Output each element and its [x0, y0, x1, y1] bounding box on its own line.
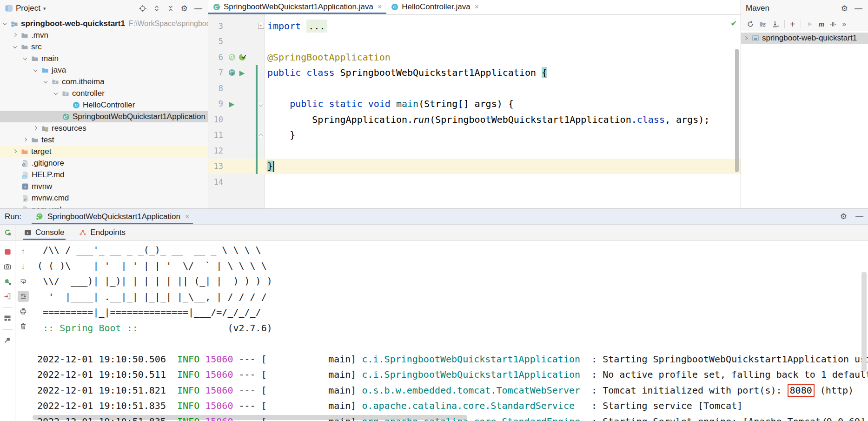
spring-ok-icon[interactable] [238, 53, 246, 61]
tree-item[interactable]: mpom.xml [0, 204, 208, 208]
run-configuration-tab[interactable]: SpringbootWebQuickstart1Application × [32, 209, 193, 224]
code-line[interactable]: 11 } [208, 127, 741, 143]
editor-tab[interactable]: CSpringbootWebQuickstart1Application.jav… [208, 0, 386, 14]
source-folder-icon [41, 67, 49, 74]
chevron-right-icon[interactable] [31, 127, 40, 129]
code-line[interactable]: 9▶ public static void main(String[] args… [208, 96, 741, 112]
fold-toggle-icon[interactable] [259, 130, 262, 140]
close-icon[interactable]: × [378, 3, 382, 11]
rerun-icon[interactable] [4, 228, 12, 236]
tree-item[interactable]: CSpringbootWebQuickstart1Application [0, 111, 208, 122]
editor-tab[interactable]: CHelloController.java× [386, 0, 484, 14]
sync-folder-icon[interactable] [759, 20, 767, 28]
code-line[interactable]: 13} [208, 159, 741, 174]
chevron-down-icon[interactable] [41, 80, 50, 83]
fold-expand-icon[interactable]: + [258, 23, 264, 29]
restore-layout-icon[interactable] [2, 313, 13, 324]
stop-icon[interactable] [2, 246, 13, 257]
svg-text:m: m [754, 36, 757, 41]
print-icon[interactable] [18, 306, 29, 317]
exit-icon[interactable] [2, 291, 13, 302]
skip-tests-icon[interactable] [829, 20, 837, 28]
collapse-all-icon[interactable] [167, 5, 174, 12]
refresh-icon[interactable] [747, 20, 754, 28]
attach-debugger-icon[interactable] [2, 276, 13, 287]
tree-item[interactable]: ›mvnw [0, 180, 208, 192]
inspections-ok-icon[interactable]: ✔ [731, 19, 737, 28]
console[interactable]: /\\ / ___'_ __ _ _(_)_ __ __ _ \ \ \ \ (… [31, 241, 868, 421]
code-line[interactable]: 6@SpringBootApplication [208, 49, 741, 65]
tree-item[interactable]: com.itheima [0, 76, 208, 87]
code-line[interactable]: 10 SpringApplication.run(SpringbootWebQu… [208, 112, 741, 127]
code-line[interactable]: 7▶public class SpringbootWebQuickstart1A… [208, 65, 741, 81]
editor-body[interactable]: 3+import ...56@SpringBootApplication7▶pu… [208, 14, 741, 208]
tree-item-label: .gitignore [32, 159, 64, 168]
run-gutter-icon[interactable]: ▶ [238, 68, 246, 77]
chevron-down-icon[interactable] [31, 68, 40, 71]
project-panel-title[interactable]: Project [16, 4, 40, 13]
settings-icon[interactable]: ⚙ [181, 5, 188, 13]
more-icon[interactable]: » [842, 20, 846, 28]
close-icon[interactable]: × [475, 3, 479, 11]
maven-project-row[interactable]: m springboot-web-quickstart1 [741, 33, 868, 44]
tree-item[interactable]: main [0, 53, 208, 64]
up-stacktrace-icon[interactable]: ↑ [18, 246, 29, 257]
tree-item[interactable]: mvnw.cmd [0, 192, 208, 204]
clear-icon[interactable] [18, 321, 29, 332]
play-icon[interactable] [806, 20, 814, 28]
tree-item[interactable]: MDHELP.md [0, 169, 208, 180]
tree-item[interactable]: springboot-web-quickstart1F:\WorkSpace\s… [0, 18, 208, 29]
code-line[interactable]: 3+import ... [208, 18, 741, 34]
tree-item[interactable]: CHelloController [0, 99, 208, 111]
run-view-tab[interactable]: ›Console [23, 225, 66, 240]
code-line[interactable]: 12 [208, 143, 741, 159]
scroll-to-end-icon[interactable] [18, 291, 29, 302]
settings-icon[interactable]: ⚙ [841, 5, 848, 13]
close-icon[interactable]: × [185, 213, 189, 221]
console-vertical-scrollbar[interactable] [861, 272, 867, 372]
tree-item[interactable]: controller [0, 87, 208, 99]
download-sources-icon[interactable] [772, 20, 779, 28]
tree-item[interactable]: resources [0, 122, 208, 134]
tree-item[interactable]: .mvn [0, 29, 208, 41]
code-line[interactable]: 8 [208, 80, 741, 96]
chevron-down-icon[interactable] [10, 45, 20, 48]
run-gutter-icon[interactable]: ▶ [227, 100, 236, 108]
chevron-right-icon[interactable] [10, 150, 20, 153]
settings-icon[interactable]: ⚙ [840, 213, 847, 221]
code-line[interactable]: 14 [208, 174, 741, 190]
hide-icon[interactable]: — [855, 213, 863, 221]
expand-all-icon[interactable] [153, 5, 160, 12]
tree-item[interactable]: java [0, 64, 208, 76]
thread-dump-icon[interactable] [2, 261, 13, 272]
chevron-down-icon[interactable] [0, 22, 9, 25]
hide-icon[interactable]: — [194, 5, 202, 13]
spring-bean-icon[interactable] [227, 53, 236, 61]
chevron-down-icon[interactable] [20, 57, 30, 60]
hide-icon[interactable]: — [855, 5, 862, 13]
maven-file-icon: m [21, 206, 29, 209]
fold-toggle-icon[interactable] [259, 99, 262, 108]
tree-item[interactable]: target [0, 146, 208, 157]
locate-icon[interactable] [139, 5, 146, 12]
chevron-right-icon[interactable] [741, 37, 750, 40]
pin-icon[interactable] [2, 334, 13, 346]
chevron-down-icon[interactable]: ▾ [43, 6, 46, 12]
code-line[interactable]: 5 [208, 34, 741, 50]
down-stacktrace-icon[interactable]: ↓ [18, 261, 29, 272]
add-icon[interactable]: + [790, 20, 795, 29]
maven-goal-icon[interactable]: m [819, 20, 824, 28]
tree-item[interactable]: .gitignore [0, 157, 208, 169]
chevron-down-icon[interactable] [51, 92, 60, 94]
chevron-right-icon[interactable] [10, 33, 20, 36]
vcs-change-marker [256, 159, 258, 174]
tree-item[interactable]: src [0, 41, 208, 53]
soft-wrap-icon[interactable] [18, 276, 29, 287]
svg-text:C: C [393, 4, 397, 9]
chevron-right-icon[interactable] [20, 138, 30, 141]
tree-item[interactable]: test [0, 134, 208, 146]
springboot-class-icon: C [62, 113, 70, 120]
editor-scrollbar[interactable] [735, 49, 739, 172]
run-view-tab[interactable]: Endpoints [78, 225, 127, 240]
springboot-run-class-icon[interactable] [227, 68, 236, 77]
